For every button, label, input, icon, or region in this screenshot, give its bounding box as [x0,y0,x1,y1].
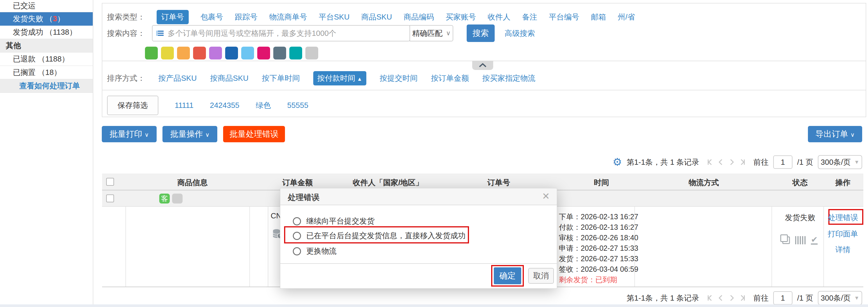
tag-color-swatch[interactable] [145,47,158,59]
col-header-order-no: 订单号 [487,178,510,188]
search-type-package-no[interactable]: 包裹号 [200,12,223,22]
multiline-input-icon[interactable] [156,29,165,38]
search-type-order-no[interactable]: 订单号 [157,10,189,24]
tag-color-swatch[interactable] [241,47,254,59]
search-type-buyer-account[interactable]: 买家账号 [446,12,476,22]
chevron-down-icon: ∨ [145,131,149,138]
customer-tag-badge[interactable]: 客 [159,193,170,204]
search-type-platform-sku[interactable]: 平台SKU [319,12,349,22]
tag-color-swatch[interactable] [225,47,238,59]
advanced-search-link[interactable]: 高级搜索 [504,28,535,38]
page-number-input[interactable] [773,291,793,305]
saved-filter-11111[interactable]: 11111 [175,101,194,110]
search-type-remark[interactable]: 备注 [522,12,537,22]
search-type-row: 搜索类型： 订单号 包裹号 跟踪号 物流商单号 平台SKU 商品SKU 商品编码… [107,10,635,24]
gray-tag-badge[interactable] [172,193,183,204]
search-input[interactable] [168,26,409,40]
sidebar-item-ship-success[interactable]: 发货成功 （1138） [0,26,93,39]
sort-by-pay-time[interactable]: 按付款时间▲ [313,71,366,85]
sidebar-group-label: 其他 [6,41,21,50]
sort-by-submit-time[interactable]: 按提交时间 [380,73,418,83]
tag-color-swatch[interactable] [305,47,318,59]
search-type-platform-no[interactable]: 平台编号 [549,12,579,22]
search-type-carrier-no[interactable]: 物流商单号 [269,12,307,22]
sidebar-item-refunded[interactable]: 已退款 （1188） [0,53,93,66]
save-filter-button[interactable]: 保存筛选 [107,96,158,115]
tag-color-swatch[interactable] [289,47,302,59]
confirm-button[interactable]: 确定 [494,267,521,284]
sidebar-help-link[interactable]: 查看如何处理订单 [0,79,93,93]
prev-page-icon[interactable] [717,294,725,302]
handle-error-link[interactable]: 处理错误 [828,213,858,223]
export-orders-button[interactable]: 导出订单∨ [808,126,862,142]
search-type-tracking-no[interactable]: 跟踪号 [235,12,257,22]
order-detail-link[interactable]: 详情 [835,245,850,255]
column-divider [771,207,772,286]
search-type-product-code[interactable]: 商品编码 [404,12,434,22]
saved-filter-2424355[interactable]: 2424355 [210,101,240,110]
tag-color-swatch[interactable] [193,47,206,59]
last-page-icon[interactable] [739,294,747,302]
first-page-icon[interactable] [706,294,714,302]
search-type-product-sku[interactable]: 商品SKU [361,12,392,22]
copy-icon[interactable] [782,237,790,244]
sort-by-order-amount[interactable]: 按订单金额 [431,73,469,83]
pagination-summary: 第1-1条，共 1 条记录 [627,293,700,303]
search-type-email[interactable]: 邮箱 [591,12,606,22]
page-number-input[interactable] [773,155,793,169]
sort-by-item-sku[interactable]: 按商品SKU [210,73,248,83]
tag-color-swatch[interactable] [177,47,190,59]
modal-option-change-logistics[interactable]: 更换物流 [293,246,337,256]
collapse-search-tab[interactable] [472,61,493,70]
sort-by-buyer-logistics[interactable]: 按买家指定物流 [483,73,535,83]
close-icon[interactable]: ✕ [542,191,550,202]
select-all-checkbox[interactable] [106,178,114,186]
page-size-select[interactable]: 300条/页 ▼ [818,155,862,169]
order-times: 下单：2026-02-13 16:27 付款：2026-02-13 16:27 … [559,211,638,285]
check-icon[interactable]: ✔ [811,236,817,245]
match-mode-select[interactable]: 精确匹配 ∨ [409,25,453,41]
col-header-product-info: 商品信息 [177,178,208,188]
page-size-select[interactable]: 300条/页 ▼ [818,291,862,305]
sort-by-product-sku[interactable]: 按产品SKU [158,73,196,83]
barcode-icon[interactable] [795,236,806,244]
sidebar-count: 3 [53,14,57,23]
tag-color-swatch[interactable] [209,47,222,59]
sidebar-item-ship-failed[interactable]: 发货失败 （3） [0,12,93,26]
search-type-recipient[interactable]: 收件人 [488,12,510,22]
prev-page-icon[interactable] [717,158,725,166]
batch-handle-error-button[interactable]: 批量处理错误 [223,126,285,142]
col-header-time: 时间 [594,178,609,188]
batch-print-button[interactable]: 批量打印∨ [102,126,157,142]
last-page-icon[interactable] [739,158,747,166]
sort-label: 排序方式： [107,73,145,83]
cancel-button[interactable]: 取消 [528,268,554,284]
modal-option-move-to-success[interactable]: 已在平台后台提交发货信息，直接移入发货成功 [293,231,465,241]
column-divider [249,207,250,286]
radio-icon[interactable] [293,247,301,255]
search-input-box [152,25,410,41]
saved-filter-green[interactable]: 绿色 [256,100,271,111]
tag-color-swatch[interactable] [161,47,174,59]
row-checkbox[interactable] [106,194,114,202]
sidebar-item-on-hold[interactable]: 已搁置 （18） [0,66,93,79]
first-page-icon[interactable] [706,158,714,166]
sidebar-item-delivered[interactable]: 已交运 [0,0,93,12]
radio-icon[interactable] [293,217,301,225]
gear-icon[interactable]: ⚙ [613,157,622,167]
search-button[interactable]: 搜索 [467,25,495,42]
search-type-state[interactable]: 州/省 [618,12,635,22]
saved-filter-55555[interactable]: 55555 [287,101,308,110]
print-label-link[interactable]: 打印面单 [828,229,858,239]
radio-icon[interactable] [293,232,301,240]
batch-action-label: 批量操作 [170,129,203,139]
page-size-value: 300条/页 [821,157,851,167]
batch-action-button[interactable]: 批量操作∨ [162,126,217,142]
next-page-icon[interactable] [728,294,736,302]
next-page-icon[interactable] [728,158,736,166]
tag-color-swatch[interactable] [273,47,286,59]
modal-option-resubmit[interactable]: 继续向平台提交发货 [293,216,374,226]
sort-by-order-time[interactable]: 按下单时间 [262,73,300,83]
tag-color-swatch[interactable] [257,47,270,59]
column-divider [125,207,126,286]
